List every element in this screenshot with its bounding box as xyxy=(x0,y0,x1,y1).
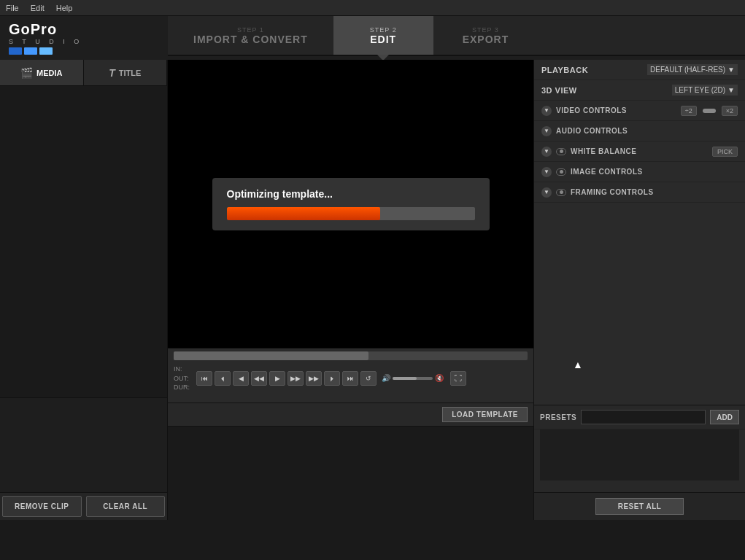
playback-label: PLAYBACK xyxy=(541,66,647,74)
out-label: OUT: xyxy=(174,374,190,384)
step-2-btn[interactable]: STEP 2 EDIT xyxy=(333,16,433,55)
white-balance-eye-icon[interactable] xyxy=(556,148,566,155)
skip-end-btn[interactable]: ⏭ xyxy=(342,371,358,386)
presets-label: PRESETS xyxy=(540,413,576,421)
video-badge-2: ×2 xyxy=(722,106,738,116)
add-btn[interactable]: ADD xyxy=(710,410,739,424)
load-template-row: LOAD TEMPLATE xyxy=(168,402,533,426)
reset-all-row: RESET ALL xyxy=(534,492,745,520)
prev-frame-btn[interactable]: ⏴ xyxy=(215,371,231,386)
image-controls-label: IMAGE CONTROLS xyxy=(571,168,738,176)
controls-area: IN: OUT: DUR: ⏮ ⏴ ◀ ◀◀ ▶ ▶▶ ▶▶ ⏵ ⏭ ↺ 🔊 xyxy=(168,348,533,402)
3d-view-select[interactable]: LEFT EYE (2D) ▼ xyxy=(672,85,738,96)
mute-icon[interactable]: 🔇 xyxy=(435,374,444,382)
image-controls-row[interactable]: ▼ IMAGE CONTROLS xyxy=(534,162,745,182)
tab-title-label: TITLE xyxy=(119,69,142,77)
video-slider-thumb[interactable] xyxy=(703,109,716,113)
3d-view-label: 3D VIEW xyxy=(541,86,672,95)
image-controls-chevron-icon: ▼ xyxy=(541,167,552,177)
playback-row: PLAYBACK DEFAULT (HALF-RES) ▼ xyxy=(534,60,745,80)
video-badge-1: ÷2 xyxy=(681,106,697,116)
presets-input[interactable] xyxy=(581,410,706,424)
volume-icon: 🔊 xyxy=(382,374,390,382)
left-panel: 🎬 MEDIA T TITLE REMOVE CLIP CLEAR ALL xyxy=(0,60,168,520)
center-panel: Optimizing template... ▲ IN: OUT: DUR: ⏮ xyxy=(168,60,533,520)
timeline-progress xyxy=(174,351,368,360)
step-1-label: IMPORT & CONVERT xyxy=(193,34,308,45)
dur-label: DUR: xyxy=(174,383,190,392)
left-content xyxy=(0,86,167,397)
audio-controls-chevron-icon: ▼ xyxy=(541,126,552,136)
volume-area: 🔊 🔇 xyxy=(382,374,444,382)
menu-help[interactable]: Help xyxy=(56,4,73,12)
fullscreen-btn[interactable]: ⛶ xyxy=(450,371,466,386)
step-2-num: STEP 2 xyxy=(370,26,397,34)
transport-row: IN: OUT: DUR: ⏮ ⏴ ◀ ◀◀ ▶ ▶▶ ▶▶ ⏵ ⏭ ↺ 🔊 xyxy=(174,365,528,392)
presets-row: PRESETS ADD xyxy=(534,405,745,429)
skip-start-btn[interactable]: ⏮ xyxy=(196,371,212,386)
image-controls-eye-icon[interactable] xyxy=(556,168,566,176)
load-template-btn[interactable]: LOAD TEMPLATE xyxy=(442,407,528,422)
left-tabs: 🎬 MEDIA T TITLE xyxy=(0,60,167,86)
eye-inner xyxy=(560,149,563,153)
video-controls-chevron-icon: ▼ xyxy=(541,106,552,116)
step-1-btn[interactable]: STEP 1 IMPORT & CONVERT xyxy=(168,16,333,55)
logo-gopro: GoPro xyxy=(9,21,57,38)
logo-area: GoPro S T U D I O xyxy=(0,16,168,60)
white-balance-row[interactable]: ▼ WHITE BALANCE PICK xyxy=(534,141,745,162)
presets-content xyxy=(540,429,739,481)
right-controls: PLAYBACK DEFAULT (HALF-RES) ▼ 3D VIEW LE… xyxy=(534,60,745,405)
framing-controls-label: FRAMING CONTROLS xyxy=(571,188,738,196)
step-3-num: STEP 3 xyxy=(472,26,499,34)
right-panel: PLAYBACK DEFAULT (HALF-RES) ▼ 3D VIEW LE… xyxy=(533,60,745,520)
progress-overlay: Optimizing template... xyxy=(212,178,490,230)
framing-controls-eye-icon[interactable] xyxy=(556,189,566,196)
step-back2-btn[interactable]: ◀◀ xyxy=(251,371,267,386)
playback-select[interactable]: DEFAULT (HALF-RES) ▼ xyxy=(647,64,738,75)
playback-chevron-icon: ▼ xyxy=(727,66,735,74)
progress-bar-bg xyxy=(227,207,475,220)
menu-file[interactable]: File xyxy=(6,4,19,12)
clip-area xyxy=(0,397,167,492)
pick-btn[interactable]: PICK xyxy=(712,147,738,157)
clear-all-button[interactable]: CLEAR ALL xyxy=(86,496,166,517)
step-fwd-btn[interactable]: ▶▶ xyxy=(287,371,304,386)
video-controls-label: VIDEO CONTROLS xyxy=(556,106,676,114)
logo-studio: S T U D I O xyxy=(9,38,82,45)
bottom-buttons: REMOVE CLIP CLEAR ALL xyxy=(0,492,167,520)
next-frame-btn[interactable]: ⏵ xyxy=(324,371,340,386)
reset-all-btn[interactable]: RESET ALL xyxy=(595,498,684,515)
progress-text: Optimizing template... xyxy=(227,188,475,200)
3d-view-chevron-icon: ▼ xyxy=(727,86,735,94)
step-2-label: EDIT xyxy=(370,34,396,45)
logo-dot-3 xyxy=(39,47,53,55)
logo-dot-1 xyxy=(9,47,22,55)
tab-media-label: MEDIA xyxy=(36,69,62,77)
tab-media[interactable]: 🎬 MEDIA xyxy=(0,60,84,85)
step-3-btn[interactable]: STEP 3 EXPORT xyxy=(433,16,539,55)
remove-clip-button[interactable]: REMOVE CLIP xyxy=(2,496,82,517)
menu-edit[interactable]: Edit xyxy=(31,4,45,12)
step-fwd2-btn[interactable]: ▶▶ xyxy=(306,371,322,386)
time-labels: IN: OUT: DUR: xyxy=(174,365,190,392)
play-btn[interactable]: ▶ xyxy=(269,371,285,386)
framing-controls-row[interactable]: ▼ FRAMING CONTROLS xyxy=(534,182,745,203)
timeline-area xyxy=(168,426,533,520)
media-icon: 🎬 xyxy=(20,67,33,79)
framing-controls-chevron-icon: ▼ xyxy=(541,187,552,198)
in-label: IN: xyxy=(174,365,190,374)
step-1-num: STEP 1 xyxy=(237,26,264,34)
tab-title[interactable]: T TITLE xyxy=(84,60,168,85)
loop-btn[interactable]: ↺ xyxy=(360,371,377,386)
timeline-bar[interactable] xyxy=(174,351,528,360)
3d-view-row: 3D VIEW LEFT EYE (2D) ▼ xyxy=(534,80,745,101)
audio-controls-label: AUDIO CONTROLS xyxy=(556,127,738,135)
step-back-btn[interactable]: ◀ xyxy=(233,371,249,386)
volume-slider[interactable] xyxy=(393,377,433,380)
audio-controls-row[interactable]: ▼ AUDIO CONTROLS xyxy=(534,121,745,141)
white-balance-chevron-icon: ▼ xyxy=(541,147,552,157)
menu-bar: File Edit Help xyxy=(0,0,745,16)
video-area: Optimizing template... ▲ xyxy=(168,60,533,348)
video-controls-row[interactable]: ▼ VIDEO CONTROLS ÷2 ×2 xyxy=(534,101,745,121)
presets-area: PRESETS ADD xyxy=(534,405,745,492)
